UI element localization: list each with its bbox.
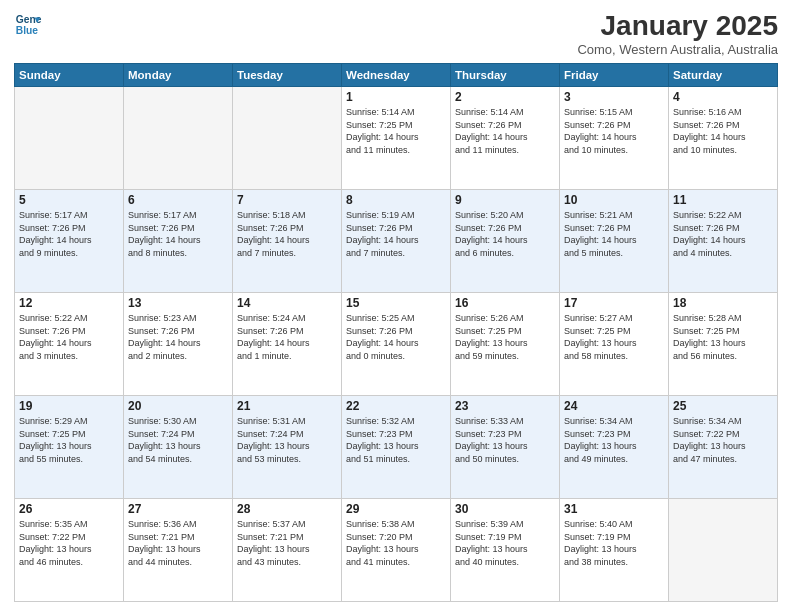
day-number: 16 xyxy=(455,296,555,310)
day-info: Sunrise: 5:14 AM Sunset: 7:26 PM Dayligh… xyxy=(455,106,555,156)
day-number: 7 xyxy=(237,193,337,207)
calendar-cell: 17Sunrise: 5:27 AM Sunset: 7:25 PM Dayli… xyxy=(560,293,669,396)
calendar-cell: 21Sunrise: 5:31 AM Sunset: 7:24 PM Dayli… xyxy=(233,396,342,499)
day-number: 29 xyxy=(346,502,446,516)
day-number: 8 xyxy=(346,193,446,207)
day-number: 14 xyxy=(237,296,337,310)
weekday-header-thursday: Thursday xyxy=(451,64,560,87)
weekday-header-sunday: Sunday xyxy=(15,64,124,87)
calendar-cell: 23Sunrise: 5:33 AM Sunset: 7:23 PM Dayli… xyxy=(451,396,560,499)
header: General Blue January 2025 Como, Western … xyxy=(14,10,778,57)
weekday-header-saturday: Saturday xyxy=(669,64,778,87)
calendar-cell: 28Sunrise: 5:37 AM Sunset: 7:21 PM Dayli… xyxy=(233,499,342,602)
day-number: 3 xyxy=(564,90,664,104)
day-number: 30 xyxy=(455,502,555,516)
day-number: 6 xyxy=(128,193,228,207)
day-number: 11 xyxy=(673,193,773,207)
calendar-cell xyxy=(669,499,778,602)
calendar-cell: 3Sunrise: 5:15 AM Sunset: 7:26 PM Daylig… xyxy=(560,87,669,190)
day-number: 12 xyxy=(19,296,119,310)
day-number: 23 xyxy=(455,399,555,413)
calendar-cell xyxy=(233,87,342,190)
calendar-cell: 19Sunrise: 5:29 AM Sunset: 7:25 PM Dayli… xyxy=(15,396,124,499)
calendar-cell: 15Sunrise: 5:25 AM Sunset: 7:26 PM Dayli… xyxy=(342,293,451,396)
day-info: Sunrise: 5:25 AM Sunset: 7:26 PM Dayligh… xyxy=(346,312,446,362)
calendar-cell: 11Sunrise: 5:22 AM Sunset: 7:26 PM Dayli… xyxy=(669,190,778,293)
calendar-cell: 12Sunrise: 5:22 AM Sunset: 7:26 PM Dayli… xyxy=(15,293,124,396)
weekday-header-wednesday: Wednesday xyxy=(342,64,451,87)
day-number: 22 xyxy=(346,399,446,413)
day-info: Sunrise: 5:35 AM Sunset: 7:22 PM Dayligh… xyxy=(19,518,119,568)
calendar-cell: 13Sunrise: 5:23 AM Sunset: 7:26 PM Dayli… xyxy=(124,293,233,396)
calendar-cell: 9Sunrise: 5:20 AM Sunset: 7:26 PM Daylig… xyxy=(451,190,560,293)
week-row-2: 5Sunrise: 5:17 AM Sunset: 7:26 PM Daylig… xyxy=(15,190,778,293)
calendar-cell: 26Sunrise: 5:35 AM Sunset: 7:22 PM Dayli… xyxy=(15,499,124,602)
day-number: 17 xyxy=(564,296,664,310)
calendar-cell xyxy=(15,87,124,190)
day-info: Sunrise: 5:34 AM Sunset: 7:23 PM Dayligh… xyxy=(564,415,664,465)
day-number: 26 xyxy=(19,502,119,516)
day-number: 4 xyxy=(673,90,773,104)
day-number: 18 xyxy=(673,296,773,310)
logo: General Blue xyxy=(14,10,42,38)
day-info: Sunrise: 5:28 AM Sunset: 7:25 PM Dayligh… xyxy=(673,312,773,362)
calendar-cell: 30Sunrise: 5:39 AM Sunset: 7:19 PM Dayli… xyxy=(451,499,560,602)
week-row-4: 19Sunrise: 5:29 AM Sunset: 7:25 PM Dayli… xyxy=(15,396,778,499)
day-number: 2 xyxy=(455,90,555,104)
svg-text:Blue: Blue xyxy=(16,25,39,36)
day-info: Sunrise: 5:19 AM Sunset: 7:26 PM Dayligh… xyxy=(346,209,446,259)
calendar-cell: 29Sunrise: 5:38 AM Sunset: 7:20 PM Dayli… xyxy=(342,499,451,602)
calendar-cell: 18Sunrise: 5:28 AM Sunset: 7:25 PM Dayli… xyxy=(669,293,778,396)
day-number: 24 xyxy=(564,399,664,413)
day-info: Sunrise: 5:15 AM Sunset: 7:26 PM Dayligh… xyxy=(564,106,664,156)
weekday-header-monday: Monday xyxy=(124,64,233,87)
day-number: 15 xyxy=(346,296,446,310)
day-info: Sunrise: 5:22 AM Sunset: 7:26 PM Dayligh… xyxy=(673,209,773,259)
day-number: 10 xyxy=(564,193,664,207)
calendar-cell xyxy=(124,87,233,190)
day-number: 25 xyxy=(673,399,773,413)
day-info: Sunrise: 5:18 AM Sunset: 7:26 PM Dayligh… xyxy=(237,209,337,259)
day-info: Sunrise: 5:27 AM Sunset: 7:25 PM Dayligh… xyxy=(564,312,664,362)
day-info: Sunrise: 5:29 AM Sunset: 7:25 PM Dayligh… xyxy=(19,415,119,465)
day-info: Sunrise: 5:16 AM Sunset: 7:26 PM Dayligh… xyxy=(673,106,773,156)
calendar-cell: 7Sunrise: 5:18 AM Sunset: 7:26 PM Daylig… xyxy=(233,190,342,293)
day-info: Sunrise: 5:34 AM Sunset: 7:22 PM Dayligh… xyxy=(673,415,773,465)
logo-icon: General Blue xyxy=(14,10,42,38)
page: General Blue January 2025 Como, Western … xyxy=(0,0,792,612)
day-number: 28 xyxy=(237,502,337,516)
calendar-cell: 27Sunrise: 5:36 AM Sunset: 7:21 PM Dayli… xyxy=(124,499,233,602)
day-number: 19 xyxy=(19,399,119,413)
calendar-cell: 25Sunrise: 5:34 AM Sunset: 7:22 PM Dayli… xyxy=(669,396,778,499)
day-info: Sunrise: 5:26 AM Sunset: 7:25 PM Dayligh… xyxy=(455,312,555,362)
day-number: 21 xyxy=(237,399,337,413)
calendar-cell: 31Sunrise: 5:40 AM Sunset: 7:19 PM Dayli… xyxy=(560,499,669,602)
day-info: Sunrise: 5:23 AM Sunset: 7:26 PM Dayligh… xyxy=(128,312,228,362)
day-info: Sunrise: 5:17 AM Sunset: 7:26 PM Dayligh… xyxy=(128,209,228,259)
day-number: 9 xyxy=(455,193,555,207)
calendar-cell: 6Sunrise: 5:17 AM Sunset: 7:26 PM Daylig… xyxy=(124,190,233,293)
calendar-cell: 16Sunrise: 5:26 AM Sunset: 7:25 PM Dayli… xyxy=(451,293,560,396)
weekday-header-friday: Friday xyxy=(560,64,669,87)
day-info: Sunrise: 5:40 AM Sunset: 7:19 PM Dayligh… xyxy=(564,518,664,568)
week-row-1: 1Sunrise: 5:14 AM Sunset: 7:25 PM Daylig… xyxy=(15,87,778,190)
week-row-5: 26Sunrise: 5:35 AM Sunset: 7:22 PM Dayli… xyxy=(15,499,778,602)
day-info: Sunrise: 5:32 AM Sunset: 7:23 PM Dayligh… xyxy=(346,415,446,465)
title-block: January 2025 Como, Western Australia, Au… xyxy=(577,10,778,57)
day-info: Sunrise: 5:31 AM Sunset: 7:24 PM Dayligh… xyxy=(237,415,337,465)
day-info: Sunrise: 5:24 AM Sunset: 7:26 PM Dayligh… xyxy=(237,312,337,362)
day-number: 1 xyxy=(346,90,446,104)
week-row-3: 12Sunrise: 5:22 AM Sunset: 7:26 PM Dayli… xyxy=(15,293,778,396)
day-number: 5 xyxy=(19,193,119,207)
weekday-header-row: SundayMondayTuesdayWednesdayThursdayFrid… xyxy=(15,64,778,87)
day-info: Sunrise: 5:21 AM Sunset: 7:26 PM Dayligh… xyxy=(564,209,664,259)
calendar-cell: 10Sunrise: 5:21 AM Sunset: 7:26 PM Dayli… xyxy=(560,190,669,293)
day-number: 27 xyxy=(128,502,228,516)
calendar-cell: 1Sunrise: 5:14 AM Sunset: 7:25 PM Daylig… xyxy=(342,87,451,190)
calendar-cell: 8Sunrise: 5:19 AM Sunset: 7:26 PM Daylig… xyxy=(342,190,451,293)
day-number: 31 xyxy=(564,502,664,516)
calendar-cell: 2Sunrise: 5:14 AM Sunset: 7:26 PM Daylig… xyxy=(451,87,560,190)
calendar-cell: 4Sunrise: 5:16 AM Sunset: 7:26 PM Daylig… xyxy=(669,87,778,190)
day-info: Sunrise: 5:14 AM Sunset: 7:25 PM Dayligh… xyxy=(346,106,446,156)
day-info: Sunrise: 5:22 AM Sunset: 7:26 PM Dayligh… xyxy=(19,312,119,362)
